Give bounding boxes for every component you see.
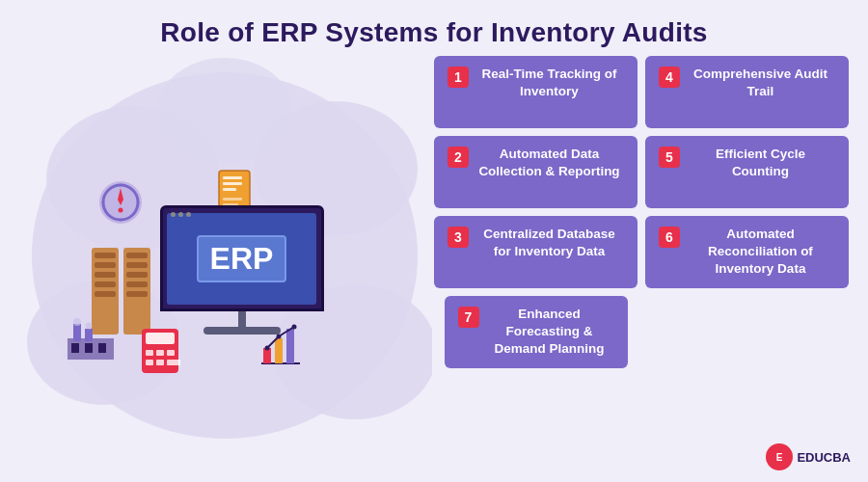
erp-label: ERP (197, 235, 287, 282)
item-5-text: Efficient Cycle Counting (686, 146, 835, 180)
educba-icon: E (766, 443, 793, 470)
svg-point-26 (73, 318, 81, 326)
svg-rect-35 (167, 360, 180, 365)
calculator-icon (140, 327, 180, 379)
item-7-wrapper: 7 Enhanced Forecasting & Demand Planning (434, 296, 637, 368)
item-4-text: Comprehensive Audit Trail (686, 66, 835, 100)
svg-point-27 (86, 323, 93, 330)
svg-point-42 (292, 325, 297, 330)
item-7-text: Enhanced Forecasting & Demand Planning (485, 306, 614, 359)
svg-rect-23 (98, 343, 106, 353)
item-2-text: Automated Data Collection & Reporting (475, 146, 624, 180)
item-2-number: 2 (448, 147, 469, 168)
svg-rect-22 (85, 343, 93, 353)
factory-icon (66, 314, 116, 366)
svg-rect-39 (286, 329, 294, 363)
svg-point-8 (119, 208, 123, 213)
svg-rect-33 (146, 360, 153, 365)
erp-monitor: ERP (160, 205, 324, 335)
chart-icon (258, 319, 304, 371)
item-1-number: 1 (448, 67, 469, 88)
item-6-text: Automated Reconciliation of Inventory Da… (686, 226, 835, 279)
educba-logo: E EDUCBA (766, 443, 851, 470)
svg-rect-11 (223, 182, 242, 185)
alert-icon (96, 178, 145, 230)
svg-rect-34 (156, 360, 164, 365)
svg-rect-12 (223, 188, 236, 191)
svg-rect-21 (71, 343, 79, 353)
items-grid: 1 Real-Time Tracking of Inventory 4 Comp… (434, 56, 849, 368)
svg-rect-25 (85, 329, 93, 341)
item-3-number: 3 (448, 227, 469, 248)
svg-rect-38 (275, 338, 283, 363)
svg-rect-32 (167, 350, 175, 356)
educba-text: EDUCBA (797, 450, 851, 465)
item-5-number: 5 (659, 147, 680, 168)
item-2: 2 Automated Data Collection & Reporting (434, 136, 637, 208)
item-6: 6 Automated Reconciliation of Inventory … (645, 216, 849, 288)
page-title: Role of ERP Systems for Inventory Audits (0, 0, 868, 58)
erp-illustration: ERP (48, 82, 366, 419)
item-7: 7 Enhanced Forecasting & Demand Planning (445, 296, 628, 368)
svg-rect-10 (223, 176, 242, 179)
svg-point-40 (265, 346, 270, 351)
svg-rect-13 (223, 198, 242, 201)
svg-rect-24 (73, 324, 81, 341)
item-6-number: 6 (659, 227, 680, 248)
item-3-text: Centralized Database for Inventory Data (475, 226, 624, 260)
page-wrapper: Role of ERP Systems for Inventory Audits (0, 0, 868, 482)
svg-point-41 (277, 335, 282, 339)
item-1-text: Real-Time Tracking of Inventory (475, 66, 624, 100)
item-3: 3 Centralized Database for Inventory Dat… (434, 216, 637, 288)
item-1: 1 Real-Time Tracking of Inventory (434, 56, 637, 128)
item-4: 4 Comprehensive Audit Trail (645, 56, 849, 128)
item-4-number: 4 (659, 67, 680, 88)
svg-rect-30 (146, 350, 153, 356)
item-7-number: 7 (458, 307, 479, 328)
svg-text:E: E (776, 452, 783, 463)
item-5: 5 Efficient Cycle Counting (645, 136, 849, 208)
svg-rect-31 (156, 350, 164, 356)
svg-rect-29 (146, 333, 175, 344)
